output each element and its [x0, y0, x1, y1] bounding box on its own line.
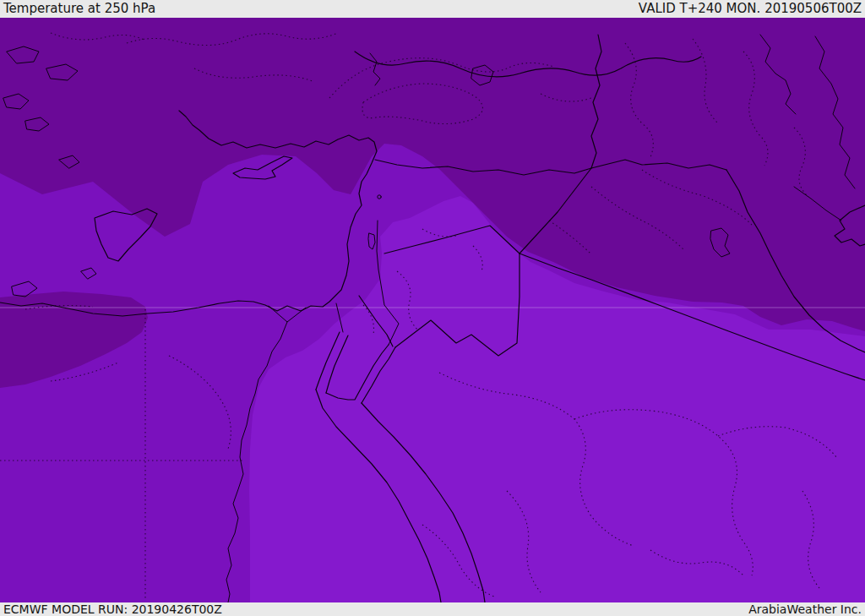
footer-bar: ECMWF MODEL RUN: 20190426T00Z ArabiaWeat…: [0, 602, 865, 616]
weather-map-window: Temperature at 250 hPa VALID T+240 MON. …: [0, 0, 865, 616]
map-title: Temperature at 250 hPa: [3, 3, 155, 15]
valid-time-label: VALID T+240 MON. 20190506T00Z: [639, 3, 862, 15]
brand-label: ArabiaWeather Inc.: [748, 603, 862, 615]
header-bar: Temperature at 250 hPa VALID T+240 MON. …: [0, 0, 865, 18]
map-canvas: [0, 18, 865, 602]
temperature-map-svg: [0, 18, 865, 602]
model-run-label: ECMWF MODEL RUN: 20190426T00Z: [3, 603, 222, 615]
